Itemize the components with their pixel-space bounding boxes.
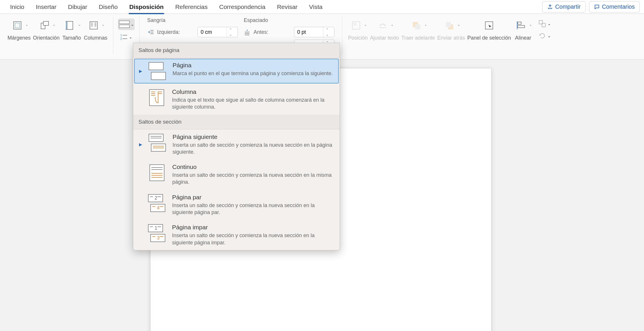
breaks-icon: [119, 20, 130, 28]
size-icon: [65, 21, 75, 30]
wrap-text-button[interactable]: ⌄ Ajustar texto: [369, 17, 400, 41]
svg-rect-35: [518, 22, 521, 24]
svg-text:4: 4: [157, 205, 160, 210]
margins-button[interactable]: ⌄ Márgenes: [6, 17, 32, 41]
next-page-break-icon: [147, 133, 167, 152]
indent-left-spin[interactable]: ⌃⌄: [197, 27, 238, 37]
breaks-button[interactable]: ⌄: [118, 18, 135, 30]
rotate-icon: [538, 32, 546, 40]
spin-down-icon[interactable]: ⌄: [227, 32, 234, 37]
spin-down-icon[interactable]: ⌄: [323, 32, 331, 37]
svg-rect-36: [518, 25, 525, 28]
orientation-icon: [40, 21, 49, 30]
indent-left-label: Izquierda:: [157, 29, 195, 35]
tab-correspondencia[interactable]: Correspondencia: [213, 0, 271, 14]
rotate-button[interactable]: ⌄: [536, 31, 553, 41]
menu-item-even-desc: Inserta un salto de sección y comienza l…: [172, 202, 334, 216]
svg-rect-4: [67, 21, 73, 29]
columns-button[interactable]: ⌄ Columnas: [83, 17, 108, 41]
selection-pane-icon: [484, 21, 494, 30]
wrap-icon: [378, 21, 387, 30]
svg-rect-33: [446, 22, 451, 27]
chevron-down-icon: ⌄: [78, 23, 81, 27]
share-button[interactable]: Compartir: [542, 1, 586, 12]
menu-item-next-page-title: Página siguiente: [173, 133, 334, 140]
spin-up-icon[interactable]: ⌃: [323, 27, 331, 32]
size-button[interactable]: ⌄ Tamaño: [61, 17, 83, 41]
menu-item-page-desc: Marca el punto en el que termina una pág…: [173, 70, 333, 77]
indent-left-icon: [147, 29, 154, 36]
column-break-icon: [147, 88, 167, 107]
orientation-button[interactable]: ⌄ Orientación: [32, 17, 61, 41]
odd-page-break-icon: 13: [147, 224, 167, 242]
line-numbers-button[interactable]: 12 ⌄: [118, 32, 135, 42]
svg-rect-3: [43, 21, 49, 25]
tab-inicio[interactable]: Inicio: [4, 0, 30, 14]
menu-item-odd-title: Página impar: [172, 224, 334, 231]
selection-pane-button[interactable]: Panel de selección: [466, 17, 512, 41]
spacing-before-label: Antes:: [253, 29, 291, 35]
chevron-down-icon: ⌄: [129, 35, 132, 39]
chevron-down-icon: ⌄: [102, 23, 104, 27]
group-button[interactable]: ⌄: [536, 18, 553, 29]
columns-icon: [89, 21, 98, 30]
svg-rect-31: [415, 24, 420, 29]
tab-insertar[interactable]: Insertar: [30, 0, 62, 14]
send-backward-button[interactable]: ⌄ Enviar atrás: [436, 17, 466, 41]
tab-diseno[interactable]: Diseño: [93, 0, 123, 14]
page-break-icon: [147, 62, 167, 80]
tab-disposicion[interactable]: Disposición: [123, 0, 169, 14]
menu-item-column[interactable]: Columna Indica que el texto que sigue al…: [133, 84, 340, 115]
svg-rect-1: [15, 23, 20, 28]
backward-icon: [445, 21, 454, 30]
indent-left-input[interactable]: [198, 29, 227, 35]
position-button[interactable]: ⌄ Posición: [347, 17, 369, 41]
menu-header-section-breaks: Saltos de sección: [133, 115, 340, 129]
menu-item-continuous[interactable]: Continuo Inserta un salto de sección y c…: [133, 159, 340, 190]
spacing-before-icon: [244, 29, 251, 36]
even-page-break-icon: 24: [147, 194, 167, 212]
chevron-down-icon: ⌄: [53, 23, 55, 27]
margins-icon: [13, 21, 22, 30]
svg-rect-54: [150, 165, 164, 181]
tab-revisar[interactable]: Revisar: [271, 0, 303, 14]
bring-forward-button[interactable]: ⌄ Traer adelante: [400, 17, 436, 41]
svg-rect-0: [14, 22, 21, 29]
menu-item-even-title: Página par: [172, 194, 334, 201]
tab-dibujar[interactable]: Dibujar: [62, 0, 93, 14]
svg-text:1: 1: [155, 226, 157, 230]
comments-label: Comentarios: [602, 3, 635, 10]
tab-vista[interactable]: Vista: [303, 0, 328, 14]
svg-rect-28: [354, 23, 356, 26]
menu-item-odd-desc: Inserta un salto de sección y comienza l…: [172, 232, 334, 246]
svg-text:2: 2: [155, 196, 157, 200]
svg-rect-41: [151, 72, 166, 80]
chevron-down-icon: ⌄: [25, 23, 28, 27]
menu-header-page-breaks: Saltos de página: [133, 43, 340, 58]
spacing-title: Espaciado: [244, 17, 334, 23]
tab-referencias[interactable]: Referencias: [169, 0, 213, 14]
marker-icon: ▶: [139, 142, 142, 147]
spacing-before-input[interactable]: [294, 29, 323, 35]
menu-item-even-page[interactable]: 24 Página par Inserta un salto de secció…: [133, 190, 340, 220]
menu-item-column-desc: Indica que el texto que sigue al salto d…: [172, 96, 334, 111]
breaks-menu: Saltos de página ▶ Página Marca el punto…: [133, 43, 340, 250]
comments-button[interactable]: Comentarios: [589, 1, 640, 12]
menu-item-continuous-desc: Inserta un salto de sección y comienza l…: [172, 172, 334, 186]
svg-rect-40: [149, 62, 163, 70]
group-icon: [538, 20, 546, 28]
align-button[interactable]: ⌄ Alinear: [512, 17, 534, 41]
menu-item-odd-page[interactable]: 13 Página impar Inserta un salto de secc…: [133, 220, 340, 250]
line-numbers-icon: 12: [120, 33, 128, 41]
spin-up-icon[interactable]: ⌃: [227, 27, 234, 32]
menu-item-next-page[interactable]: ▶ Página siguiente Inserta un salto de s…: [133, 129, 340, 160]
indent-title: Sangría: [147, 17, 238, 23]
share-icon: [547, 4, 553, 10]
chevron-down-icon: ⌄: [131, 22, 134, 27]
spacing-before-spin[interactable]: ⌃⌄: [294, 27, 334, 37]
menu-item-page[interactable]: ▶ Página Marca el punto en el que termin…: [134, 59, 339, 83]
share-label: Compartir: [555, 3, 581, 10]
svg-text:2: 2: [120, 37, 122, 40]
svg-text:3: 3: [157, 235, 160, 240]
forward-icon: [412, 21, 421, 30]
